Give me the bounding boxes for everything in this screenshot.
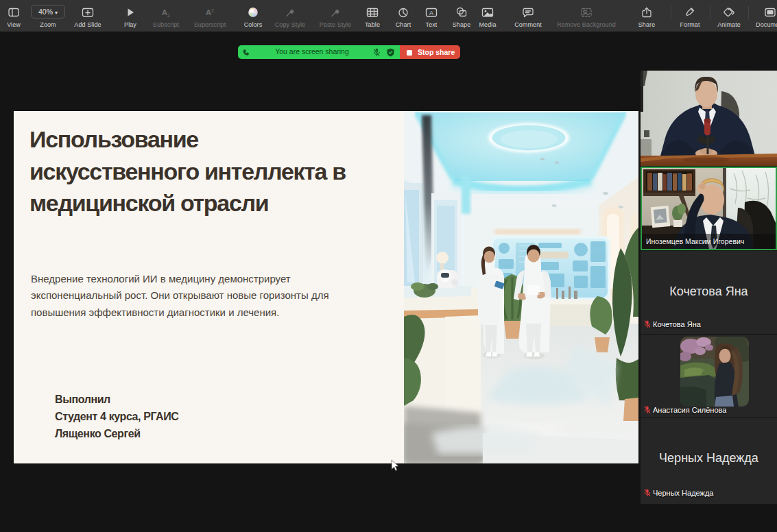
svg-text:A: A <box>206 8 211 16</box>
svg-text:Иноземцев Максим Игоревич: Иноземцев Максим Игоревич <box>646 237 744 245</box>
svg-text:A: A <box>429 10 433 16</box>
svg-text:A: A <box>162 8 167 16</box>
svg-text:2: 2 <box>167 13 170 18</box>
svg-text:2: 2 <box>211 8 214 13</box>
